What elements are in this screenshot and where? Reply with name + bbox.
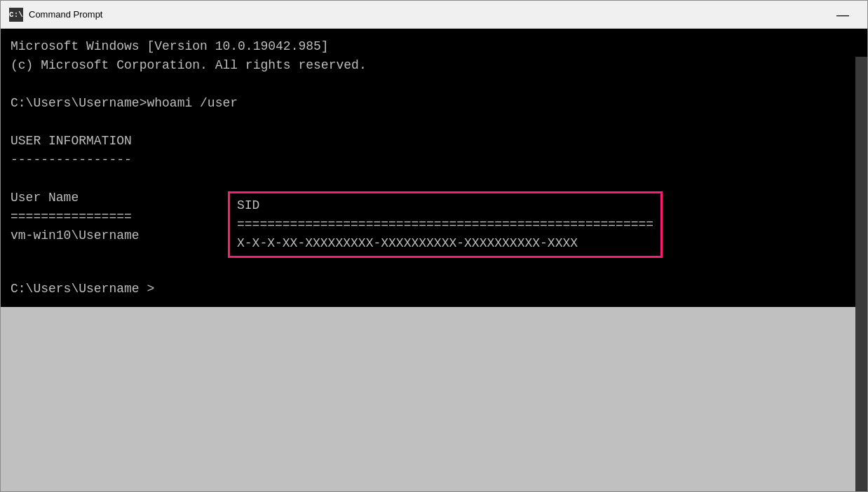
window-controls: — — [827, 8, 859, 21]
username-label: User Name — [11, 189, 228, 207]
window-title: Command Prompt — [29, 9, 827, 20]
minimize-button[interactable]: — — [827, 8, 859, 21]
blank-line-4 — [11, 261, 857, 280]
username-col-header: User Name ================ vm-win10\User… — [11, 189, 228, 245]
app-icon: C:\ — [9, 8, 23, 22]
blank-line-2 — [11, 113, 857, 132]
sid-highlight-box: SID ====================================… — [228, 191, 663, 258]
table-header-row: User Name ================ vm-win10\User… — [11, 189, 857, 261]
equals-right: ========================================… — [237, 215, 653, 234]
blank-line-3 — [11, 170, 857, 189]
title-bar: C:\ Command Prompt — — [1, 1, 867, 29]
user-info-header: USER INFORMATION — [11, 132, 857, 151]
user-info-divider: ---------------- — [11, 151, 857, 170]
scrollbar[interactable] — [855, 57, 867, 491]
cmd-window: C:\ Command Prompt — Microsoft Windows [… — [0, 0, 868, 492]
command-line: C:\Users\Username>whoami /user — [11, 94, 857, 113]
version-line: Microsoft Windows [Version 10.0.19042.98… — [11, 37, 857, 56]
sid-label: SID — [237, 196, 653, 215]
equals-left: ================ — [11, 207, 228, 226]
blank-line-1 — [11, 75, 857, 94]
final-prompt: C:\Users\Username > — [11, 280, 857, 299]
user-value: vm-win10\Username — [11, 226, 228, 245]
terminal[interactable]: Microsoft Windows [Version 10.0.19042.98… — [1, 29, 867, 307]
terminal-wrapper: Microsoft Windows [Version 10.0.19042.98… — [1, 29, 867, 491]
copyright-line: (c) Microsoft Corporation. All rights re… — [11, 56, 857, 75]
sid-value: X-X-X-XX-XXXXXXXXX-XXXXXXXXXX-XXXXXXXXXX… — [237, 234, 653, 253]
